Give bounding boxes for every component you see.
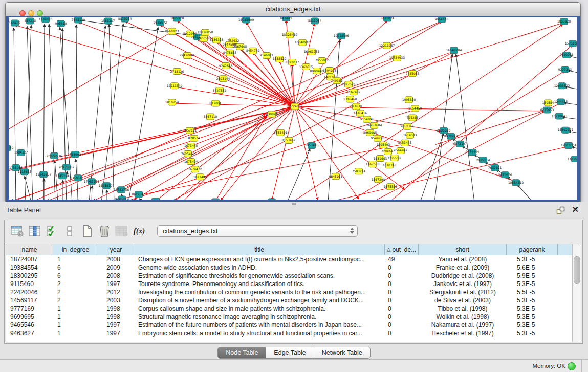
graph-node[interactable]: 9474444 [466, 149, 480, 155]
delete-trash-icon[interactable] [96, 224, 113, 239]
table-cell[interactable]: Tourette syndrome. Phenomenology and cla… [134, 280, 385, 288]
graph-node[interactable]: 16961758 [304, 49, 320, 55]
graph-node[interactable]: 1679472 [188, 166, 202, 172]
table-cell[interactable]: Wolkin et al. (1998) [419, 313, 507, 321]
graph-node[interactable]: 1027732 [388, 155, 402, 161]
graph-node[interactable]: 19218596 [334, 33, 350, 39]
table-cell[interactable]: Genome-wide association studies in ADHD. [134, 264, 385, 272]
table-cell[interactable]: 49 [385, 255, 419, 264]
table-cell[interactable]: 1 [53, 255, 98, 264]
graph-node[interactable]: 12213987 [379, 42, 395, 49]
table-cell[interactable]: 22420046 [6, 288, 53, 296]
graph-node[interactable]: 8427552 [213, 87, 227, 94]
graph-node[interactable]: 8322037 [286, 59, 299, 65]
table-cell[interactable]: 1997 [98, 321, 134, 329]
graph-node[interactable]: 821630 [351, 103, 362, 110]
table-cell[interactable]: 0 [385, 280, 419, 288]
table-cell[interactable]: 5.3E-5 [507, 304, 558, 313]
tab-network-table[interactable]: Network Table [314, 347, 370, 358]
table-cell[interactable]: Disruption of a novel member of a sodium… [134, 296, 385, 304]
table-cell[interactable]: 9777169 [6, 304, 53, 313]
column-header-out_de[interactable]: △out_de... [385, 244, 419, 255]
graph-node[interactable]: 8186328 [210, 37, 224, 43]
graph-node[interactable]: 6873197 [453, 141, 467, 147]
graph-node[interactable]: 9553491 [274, 129, 288, 136]
table-cell[interactable]: Estimation of the future numbers of pati… [134, 321, 385, 329]
table-cell[interactable]: Dudbridge et al. (2008) [419, 272, 507, 280]
table-cell[interactable]: Stergiakouli et al. (2012) [419, 288, 507, 296]
table-cell[interactable]: 5.3E-5 [507, 313, 558, 321]
table-row[interactable]: 969969511998Structural magnetic resonanc… [6, 313, 572, 321]
graph-node[interactable]: 159584 [542, 100, 554, 106]
graph-node[interactable]: 9964103 [435, 17, 449, 23]
table-cell[interactable]: 5.6E-5 [507, 264, 558, 272]
graph-node[interactable]: 8475685 [223, 50, 237, 56]
table-cell[interactable]: 1998 [98, 313, 134, 321]
graph-node[interactable]: 8131074 [381, 17, 395, 21]
select-all-rows-icon[interactable] [43, 224, 61, 239]
table-cell[interactable]: 1997 [98, 280, 134, 288]
table-row[interactable]: 1938455462009Genome-wide association stu… [6, 264, 572, 272]
table-cell[interactable]: 19384554 [6, 264, 53, 272]
graph-node[interactable]: 1154469 [408, 105, 422, 112]
graph-node[interactable]: 9154891 [360, 116, 374, 122]
table-row[interactable]: 946554611997Estimation of the future num… [6, 321, 572, 329]
graph-node[interactable]: 1610743 [383, 162, 397, 168]
graph-node[interactable]: 15751074 [565, 40, 577, 47]
graph-node[interactable]: 12342757 [36, 171, 52, 178]
graph-node[interactable]: 2620650 [9, 145, 13, 151]
graph-node[interactable]: 1953445 [305, 142, 319, 148]
table-row[interactable]: 946362711997Embryonic stem cells: a mode… [6, 329, 572, 337]
graph-node[interactable]: 1095820 [402, 97, 416, 103]
table-cell[interactable]: Nakamura et al. (1997) [419, 321, 507, 329]
table-cell[interactable]: 0 [385, 272, 419, 280]
unselect-all-rows-icon[interactable] [61, 224, 78, 239]
table-cell[interactable]: Franke et al. (2009) [419, 264, 507, 272]
graph-node[interactable]: 1167437 [347, 89, 361, 95]
graph-node[interactable]: 1588520 [273, 56, 287, 62]
graph-node[interactable]: 16958107 [99, 183, 115, 189]
table-cell[interactable]: 5.3E-5 [507, 329, 558, 337]
table-cell[interactable]: Investigating the contribution of common… [134, 288, 385, 296]
table-cell[interactable]: 2 [53, 296, 98, 304]
table-cell[interactable]: 2009 [98, 264, 134, 272]
table-cell[interactable]: 1 [53, 313, 98, 321]
column-header-in_degree[interactable]: in_degree [53, 244, 98, 255]
table-cell[interactable]: 5.3E-5 [507, 321, 558, 329]
graph-node[interactable]: 8813054 [308, 18, 322, 24]
graph-node[interactable]: 8867110 [204, 114, 217, 120]
graph-node[interactable]: 7583214 [352, 168, 366, 174]
table-cell[interactable]: 1 [53, 304, 98, 313]
table-cell[interactable]: 9465546 [6, 321, 53, 329]
table-cell[interactable]: 6 [53, 264, 98, 272]
network-canvas[interactable]: 1604328642181239876995310764312015532078… [9, 17, 577, 200]
graph-node[interactable]: 15892971 [558, 127, 574, 133]
graph-node[interactable]: 749361 [331, 78, 343, 84]
table-cell[interactable]: 0 [385, 313, 419, 321]
table-cell[interactable]: 1997 [98, 329, 134, 337]
graph-node[interactable]: 1167533 [366, 161, 380, 167]
graph-node[interactable]: 20206536 [47, 152, 62, 159]
table-cell[interactable]: 9699695 [6, 313, 53, 321]
table-cell[interactable]: 2003 [98, 296, 134, 304]
graph-node[interactable]: 1697578 [342, 81, 356, 87]
graph-node[interactable]: 2506620 [437, 127, 451, 134]
graph-node[interactable]: 1681663 [374, 156, 387, 162]
graph-node[interactable]: 9227343 [558, 67, 572, 73]
table-cell[interactable]: 18300295 [6, 272, 53, 280]
graph-node[interactable]: 9245033 [329, 173, 343, 180]
graph-node[interactable]: 1239876 [39, 17, 53, 23]
graph-node[interactable]: 8969905 [363, 129, 377, 136]
table-cell[interactable]: 1 [53, 329, 98, 337]
graph-node[interactable]: 1145194 [56, 173, 70, 179]
graph-node[interactable]: 11675338 [568, 156, 577, 162]
graph-node[interactable]: 12093832 [554, 83, 570, 89]
column-header-title[interactable]: title [134, 244, 385, 255]
graph-node[interactable]: 160432 [9, 20, 21, 26]
graph-node[interactable]: 1614533 [403, 132, 417, 138]
graph-node[interactable]: 8612345 [132, 191, 146, 198]
graph-node[interactable]: 7955812 [315, 57, 329, 63]
table-cell[interactable]: Hescheler et al. (1997) [419, 329, 507, 337]
graph-node[interactable]: 2935114 [476, 157, 490, 163]
table-cell[interactable]: 9115460 [6, 280, 53, 288]
